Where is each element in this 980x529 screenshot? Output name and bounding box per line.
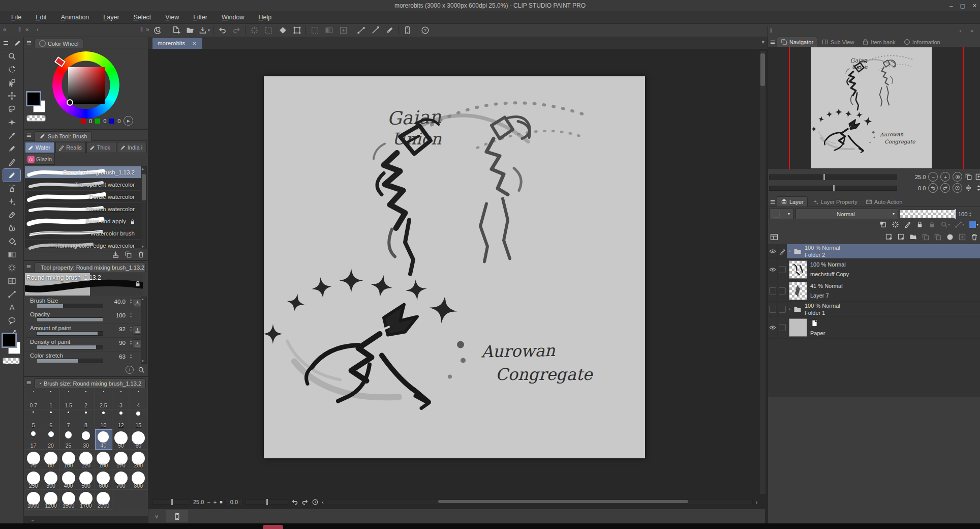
- brush-size-cell-1200[interactable]: 1200: [42, 490, 59, 510]
- menu-item[interactable]: Edit: [29, 12, 53, 22]
- expand-folder-icon[interactable]: ›: [789, 249, 790, 254]
- group-tab-glazing[interactable]: Glazin: [25, 154, 55, 165]
- delete-layer-icon[interactable]: [970, 233, 978, 241]
- nav-rotate-right-icon[interactable]: [940, 183, 950, 193]
- nav-100-percent-icon[interactable]: [965, 173, 972, 181]
- tab-auto-action[interactable]: Auto Action: [862, 197, 906, 207]
- deselect-icon[interactable]: [309, 24, 320, 36]
- panel-menu-icon[interactable]: [770, 39, 776, 45]
- brush-list-item[interactable]: Transparent watercolor: [25, 179, 143, 191]
- brush-size-cell-100[interactable]: 100: [60, 450, 77, 470]
- brush-size-cell-1.5[interactable]: 1.5: [60, 389, 77, 409]
- brush-size-cell-40[interactable]: 40: [95, 429, 112, 450]
- panel-menu-icon[interactable]: [26, 263, 32, 270]
- merge-with-lower-layer-icon[interactable]: [934, 233, 942, 241]
- brush-size-cell-2.5[interactable]: 2.5: [95, 389, 112, 409]
- brush-size-cell-20[interactable]: 20: [42, 429, 59, 450]
- brush-size-cell-1000[interactable]: 1000: [25, 490, 42, 510]
- menu-item[interactable]: Animation: [55, 12, 96, 22]
- brush-size-cell-700[interactable]: 700: [112, 469, 130, 490]
- brush-size-cell-1700[interactable]: 1700: [77, 490, 95, 510]
- lock-layer-icon[interactable]: [916, 221, 924, 228]
- tool-lasso[interactable]: [3, 103, 20, 115]
- tablet-mode-icon[interactable]: [402, 24, 413, 36]
- brush-size-cell-0.7[interactable]: 0.7: [25, 389, 42, 409]
- nav-flip-vertical-icon[interactable]: [975, 184, 980, 192]
- navigator-zoom-slider[interactable]: [769, 174, 897, 180]
- brush-list-item[interactable]: Dense watercolor: [25, 191, 143, 203]
- layer-search-icon[interactable]: [770, 233, 778, 241]
- panel-menu-icon[interactable]: [26, 132, 32, 138]
- tab-sub-view[interactable]: Sub View: [818, 37, 858, 47]
- tool-eraser[interactable]: [3, 209, 20, 221]
- reset-rotation-icon[interactable]: [312, 498, 319, 506]
- delete-outside-selection-icon[interactable]: [263, 24, 274, 36]
- group-tab-water[interactable]: Water: [25, 142, 55, 153]
- clip-to-layer-below-icon[interactable]: [879, 221, 887, 228]
- tool-burst[interactable]: [3, 261, 20, 274]
- brush-list-item[interactable]: Smooth watercolor: [25, 203, 143, 215]
- tool-wand[interactable]: [3, 116, 20, 129]
- scroll-right-icon[interactable]: ›: [756, 499, 758, 505]
- nav-reset-rotation-icon[interactable]: [953, 183, 962, 193]
- color-mode-icon[interactable]: ▸: [124, 116, 133, 126]
- scroll-next-icon[interactable]: ›: [959, 27, 961, 34]
- slider-brush-size[interactable]: Brush Size 40.0 ▴▾: [25, 297, 143, 310]
- brush-size-cell-1[interactable]: 1: [42, 389, 59, 409]
- ruler-range-icon[interactable]: ▾: [955, 221, 964, 228]
- close-button[interactable]: ✕: [972, 3, 977, 9]
- navigator-preview[interactable]: [768, 47, 980, 169]
- collapse-bar-icon[interactable]: ‹: [322, 499, 324, 505]
- brush-size-cell-15[interactable]: 15: [130, 409, 147, 430]
- brush-size-cell-8[interactable]: 8: [77, 409, 95, 430]
- brush-size-cell-300[interactable]: 300: [42, 469, 59, 490]
- brush-size-cell-25[interactable]: 25: [60, 429, 77, 450]
- visibility-eye-icon[interactable]: [768, 302, 778, 316]
- create-layer-mask-icon[interactable]: [946, 233, 954, 241]
- fit-to-screen-icon[interactable]: ■: [220, 499, 222, 505]
- brush-size-cell-6[interactable]: 6: [42, 409, 59, 430]
- tool-sparkle[interactable]: [3, 195, 20, 208]
- tool-text[interactable]: [3, 301, 20, 314]
- tool-balloon[interactable]: [3, 314, 20, 327]
- expand-timeline-icon[interactable]: ∨: [155, 513, 159, 520]
- panel-menu-icon[interactable]: [26, 40, 32, 46]
- tool-dropper[interactable]: [3, 129, 20, 142]
- brush-size-cell-1500[interactable]: 1500: [60, 490, 77, 510]
- tool-operation[interactable]: [3, 76, 20, 89]
- menu-item[interactable]: Window: [216, 12, 250, 22]
- new-layer-folder-icon[interactable]: [909, 233, 917, 241]
- saturation-value-square[interactable]: [68, 67, 105, 104]
- brush-size-cell-5[interactable]: 5: [25, 409, 42, 430]
- main-color-swatch[interactable]: [3, 334, 16, 347]
- nav-rotate-left-icon[interactable]: [928, 183, 938, 193]
- open-file-icon[interactable]: [185, 24, 196, 36]
- tool-pencil[interactable]: [3, 156, 20, 168]
- tab-navigator[interactable]: Navigator: [777, 37, 817, 47]
- nav-fit-window-icon[interactable]: [975, 173, 980, 181]
- undo-icon[interactable]: [217, 24, 228, 36]
- snap-to-ruler-icon[interactable]: [355, 24, 366, 36]
- brush-size-cell-120[interactable]: 120: [77, 450, 95, 470]
- scroll-left-icon[interactable]: «: [25, 26, 29, 33]
- stepper[interactable]: ▴▾: [130, 326, 132, 332]
- fill-icon[interactable]: [277, 24, 288, 36]
- zoom-in-icon[interactable]: +: [213, 499, 217, 505]
- panel-menu-icon[interactable]: [26, 379, 32, 386]
- brush-list-item[interactable]: Round mixing brush_1.13.2: [25, 166, 143, 179]
- brush-size-cell-70[interactable]: 70: [25, 450, 42, 470]
- menu-item[interactable]: Help: [253, 12, 278, 22]
- visibility-eye-icon[interactable]: [768, 317, 778, 338]
- brush-size-cell-200[interactable]: 200: [130, 450, 147, 470]
- apply-mask-icon[interactable]: [958, 233, 966, 241]
- select-checkbox[interactable]: [778, 302, 787, 316]
- nav-zoom-in-icon[interactable]: +: [940, 172, 950, 182]
- color-wheel-tab[interactable]: Color Wheel: [35, 39, 83, 48]
- reference-layer-icon[interactable]: [892, 221, 899, 228]
- brush-size-cell-30[interactable]: 30: [77, 429, 95, 450]
- maximize-button[interactable]: ▢: [960, 3, 965, 9]
- tool-move[interactable]: [3, 90, 20, 102]
- transparent-color-swatch[interactable]: [3, 358, 20, 364]
- tool-zoom[interactable]: [3, 50, 20, 63]
- import-sub-tool-icon[interactable]: [112, 251, 119, 258]
